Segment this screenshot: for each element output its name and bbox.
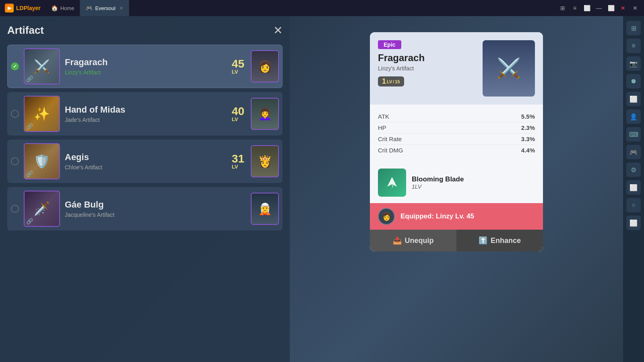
artifact-owner-fragarach: Linzy's Artifact — [65, 69, 227, 76]
enhance-label: Enhance — [491, 237, 521, 245]
link-icon-gaebulg: 🔗 — [26, 218, 33, 224]
artifact-info-gaebulg: Gáe Bulg Jacqueline's Artifact — [65, 200, 239, 218]
artifact-level-aegis: 31 LV — [232, 153, 244, 170]
ctrl-grid[interactable]: ⊞ — [557, 2, 568, 14]
home-icon: 🏠 — [51, 5, 58, 11]
char-image-gaebulg: 🧝 — [251, 193, 279, 225]
panel-title: Artifact — [7, 24, 44, 37]
ctrl-resize2[interactable]: ⬜ — [605, 2, 617, 14]
ctrl-minimize[interactable]: — — [593, 2, 605, 14]
artifact-image-midas: ✨ 🔗 — [24, 96, 60, 132]
artifact-owner-midas: Jade's Artifact — [65, 117, 227, 123]
link-icon-fragarach: 🔗 — [26, 76, 33, 82]
stat-label-critdmg: Crit DMG — [378, 147, 403, 154]
unequip-label: Unequip — [405, 237, 434, 245]
skill-info: Blooming Blade 1LV — [412, 175, 464, 190]
ctrl-close[interactable]: ✕ — [617, 2, 629, 14]
equipped-avatar: 👩 — [378, 208, 395, 225]
skill-icon — [378, 169, 406, 197]
panel-close-button[interactable]: ✕ — [273, 25, 283, 36]
detail-level-current: 1 — [382, 77, 386, 86]
sidebar-grid-icon[interactable]: ⊞ — [626, 21, 641, 35]
detail-info: Epic Fragarach Linzy's Artifact 1 LV / 1… — [378, 40, 476, 86]
tab-home[interactable]: 🏠 Home — [45, 0, 80, 16]
sidebar-screenshot-icon[interactable]: 📷 — [626, 56, 641, 71]
stat-label-atk: ATK — [378, 113, 389, 120]
detail-level-max: 15 — [395, 79, 400, 84]
artifact-name-gaebulg: Gáe Bulg — [65, 200, 239, 210]
char-image-aegis: 👸 — [251, 145, 279, 177]
app-name: LDPlayer — [16, 5, 41, 11]
sidebar-profile-icon[interactable]: 👤 — [626, 109, 641, 124]
level-number-fragarach: 45 — [232, 58, 244, 70]
sidebar-record-icon[interactable]: ⏺ — [626, 74, 641, 88]
enhance-button[interactable]: ⬆️ Enhance — [456, 230, 543, 251]
detail-character-image: ⚔️ — [483, 40, 535, 97]
char-image-fragarach: 👩 — [251, 50, 279, 82]
artifact-item-midas[interactable]: ✨ 🔗 Hand of Midas Jade's Artifact 40 LV … — [7, 92, 283, 136]
tab-game[interactable]: 🎮 Eversoul ✕ — [80, 0, 129, 16]
game-icon: 🎮 — [86, 5, 93, 11]
artifact-name-midas: Hand of Midas — [65, 105, 227, 115]
skill-name: Blooming Blade — [412, 175, 464, 183]
level-suffix-midas: LV — [232, 116, 238, 122]
artifact-item-aegis[interactable]: 🛡️ 🔗 Aegis Chloe's Artifact 31 LV 👸 — [7, 140, 283, 183]
tab-home-label: Home — [60, 5, 74, 11]
artifact-info-fragarach: Fragarach Linzy's Artifact — [65, 57, 227, 76]
stat-row-atk: ATK 5.5% — [378, 111, 535, 122]
artifact-level-fragarach: 45 LV — [232, 58, 244, 75]
skill-level: 1LV — [412, 183, 464, 190]
artifact-radio-midas — [11, 110, 19, 118]
unequip-button[interactable]: 📤 Unequip — [370, 230, 456, 251]
detail-artifact-owner: Linzy's Artifact — [378, 65, 476, 72]
sidebar-resize-icon[interactable]: ⬜ — [626, 92, 641, 106]
detail-level-lv: LV — [387, 79, 392, 84]
logo-icon: ▶ — [5, 4, 14, 12]
artifact-name-aegis: Aegis — [65, 152, 227, 162]
sidebar-keyboard-icon[interactable]: ⌨ — [626, 127, 641, 142]
sidebar-controller-icon[interactable]: 🎮 — [626, 145, 641, 159]
ctrl-resize1[interactable]: ⬜ — [581, 2, 592, 14]
stat-value-critrate: 3.3% — [521, 136, 535, 142]
detail-level-badge: 1 LV / 15 — [378, 76, 404, 86]
artifact-owner-aegis: Chloe's Artifact — [65, 164, 227, 171]
detail-card: Epic Fragarach Linzy's Artifact 1 LV / 1… — [370, 32, 543, 251]
sidebar-settings-icon[interactable]: ⚙ — [626, 162, 641, 177]
app-logo: ▶ LDPlayer — [0, 4, 45, 12]
stat-value-critdmg: 4.4% — [521, 147, 535, 154]
artifact-image-fragarach: ⚔️ 🔗 — [24, 48, 60, 84]
stat-row-critrate: Crit Rate 3.3% — [378, 134, 535, 145]
ctrl-extra[interactable]: ✕ — [630, 2, 641, 14]
level-number-midas: 40 — [232, 106, 244, 117]
stat-value-atk: 5.5% — [521, 113, 535, 120]
artifact-radio-fragarach — [11, 62, 19, 70]
sidebar-bottom-icon[interactable]: ⬜ — [626, 216, 641, 230]
artifact-info-aegis: Aegis Chloe's Artifact — [65, 152, 227, 171]
unequip-icon: 📤 — [393, 236, 402, 245]
artifact-radio-gaebulg — [11, 205, 19, 213]
detail-skill-section: Blooming Blade 1LV — [370, 162, 543, 203]
artifact-info-midas: Hand of Midas Jade's Artifact — [65, 105, 227, 123]
stat-label-hp: HP — [378, 124, 386, 131]
level-suffix-fragarach: LV — [232, 69, 238, 75]
artifact-image-gaebulg: 🗡️ 🔗 — [24, 191, 60, 227]
stat-value-hp: 2.3% — [521, 124, 535, 131]
enhance-icon: ⬆️ — [479, 236, 487, 245]
level-suffix-aegis: LV — [232, 164, 238, 170]
detail-actions: 📤 Unequip ⬆️ Enhance — [370, 230, 543, 251]
ctrl-menu[interactable]: ≡ — [569, 2, 580, 14]
sidebar-list-icon[interactable]: ≡ — [626, 39, 641, 53]
sidebar-circle-icon[interactable]: ○ — [626, 198, 641, 212]
skill-svg-icon — [385, 175, 399, 190]
detail-top-section: Epic Fragarach Linzy's Artifact 1 LV / 1… — [370, 32, 543, 105]
rarity-badge: Epic — [378, 40, 401, 49]
tab-close-icon[interactable]: ✕ — [120, 6, 123, 11]
artifact-item-gaebulg[interactable]: 🗡️ 🔗 Gáe Bulg Jacqueline's Artifact 🧝 — [7, 187, 283, 230]
artifact-panel: Artifact ✕ ⚔️ 🔗 Fragarach Linzy's Artifa… — [0, 16, 290, 362]
sidebar-extra-icon[interactable]: ⬜ — [626, 180, 641, 195]
equipped-text: Equipped: Linzy Lv. 45 — [400, 212, 474, 220]
detail-artifact-name: Fragarach — [378, 52, 476, 64]
artifact-image-aegis: 🛡️ 🔗 — [24, 143, 60, 179]
artifact-item-fragarach[interactable]: ⚔️ 🔗 Fragarach Linzy's Artifact 45 LV 👩 — [7, 45, 283, 88]
tab-game-label: Eversoul — [95, 5, 116, 11]
